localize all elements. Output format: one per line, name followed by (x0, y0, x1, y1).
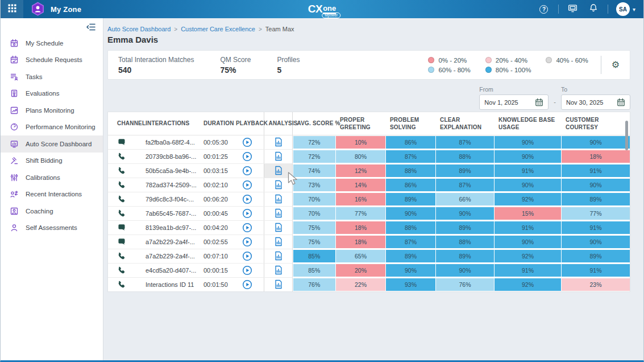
sidebar-collapse-button[interactable] (86, 23, 96, 31)
score-value: 87% (436, 179, 494, 191)
col-header-avg-score[interactable]: AVG. SCORE % (292, 112, 335, 135)
analysis-button[interactable] (273, 208, 283, 218)
col-header-channel[interactable]: CHANNEL (108, 112, 141, 135)
col-header-analysis[interactable]: ANALYSIS (264, 112, 292, 135)
col-header-problem-solving[interactable]: PROBLEM SOLVING (385, 112, 435, 135)
col-header-playback[interactable]: PLAYBACK (231, 112, 264, 135)
play-button[interactable] (242, 180, 252, 190)
stat-label: QM Score (220, 56, 251, 64)
score-cell: 90% (561, 178, 630, 192)
sidebar-item-shift-bidding[interactable]: Shift Bidding (1, 153, 103, 170)
sidebar-item-plans-monitoring[interactable]: Plans Monitoring (1, 102, 103, 119)
my-zone-logo-icon[interactable] (31, 2, 45, 17)
col-header-customer-courtesy[interactable]: CUSTOMER COURTESY (561, 112, 630, 135)
legend-item-40-60: 40% - 60% (546, 57, 588, 64)
play-button[interactable] (242, 194, 252, 204)
analysis-button[interactable] (273, 251, 283, 261)
auto-score-dashboard-icon (9, 139, 19, 149)
table-row: e4cd5a20-d407-...00:00:1585%20%90%90%91%… (108, 263, 630, 277)
to-date-input[interactable]: Nov 30, 2025 (561, 94, 630, 110)
analysis-button[interactable] (273, 151, 283, 161)
score-cell: 85% (292, 263, 335, 277)
legend-item-0-20: 0% - 20% (428, 57, 470, 64)
score-value: 90% (495, 179, 561, 191)
play-button[interactable] (242, 208, 252, 219)
col-header-proper-greeting[interactable]: PROPER GREETING (335, 112, 385, 135)
analysis-button[interactable] (273, 137, 283, 147)
analysis-button[interactable] (273, 166, 283, 175)
score-legend: 0% - 20%20% - 40%40% - 60%60% - 80%80% -… (428, 57, 588, 73)
analysis-cell (264, 277, 292, 291)
score-cell: 23% (561, 277, 630, 291)
col-header-duration[interactable]: DURATION (199, 112, 231, 135)
play-button[interactable] (242, 251, 252, 261)
calendar-icon[interactable] (535, 98, 543, 106)
sidebar-item-recent-interactions[interactable]: Recent Interactions (1, 186, 103, 203)
calendar-icon[interactable] (617, 98, 625, 106)
score-cell: 90% (385, 206, 435, 220)
playback-cell (231, 163, 264, 178)
sidebar-item-schedule-requests[interactable]: Schedule Requests (1, 52, 103, 69)
play-button[interactable] (242, 137, 252, 147)
play-button[interactable] (242, 223, 252, 233)
score-value: 16% (336, 193, 385, 205)
user-menu[interactable]: SA ▾ (616, 2, 635, 16)
score-value: 76% (436, 278, 494, 291)
play-button[interactable] (242, 279, 252, 290)
help-button[interactable]: ? (538, 3, 550, 15)
phone-icon (117, 280, 126, 289)
legend-item-80-100: 80% - 100% (485, 67, 531, 73)
playback-cell (231, 178, 264, 192)
analysis-button[interactable] (273, 223, 283, 232)
stat-label: Profiles (277, 56, 300, 64)
sidebar-item-evaluations[interactable]: Evaluations (1, 85, 103, 102)
app-window: My Zone CX one Mpower ? (0, 0, 644, 362)
sidebar-item-my-schedule[interactable]: My Schedule (1, 35, 103, 52)
sidebar: My ScheduleSchedule RequestsTasksEvaluat… (1, 18, 103, 360)
play-button[interactable] (242, 265, 252, 275)
app-launcher-button[interactable] (1, 0, 23, 18)
score-cell: 88% (385, 163, 435, 178)
score-value: 10% (336, 136, 385, 149)
score-value: 15% (495, 207, 561, 220)
col-header-knowledge-base-usage[interactable]: KNOWLEDGE BASE USAGE (494, 112, 561, 135)
play-button[interactable] (242, 166, 252, 176)
analysis-button[interactable] (273, 265, 283, 275)
sidebar-item-calibrations[interactable]: Calibrations (1, 169, 103, 186)
notifications-button[interactable] (587, 3, 600, 15)
analysis-button[interactable] (273, 237, 283, 246)
breadcrumb-item-auto-score-dashboard[interactable]: Auto Score Dashboard (107, 26, 171, 32)
duration-cell: 00:00:45 (199, 206, 231, 220)
analysis-cell (264, 249, 292, 263)
col-header-interactions[interactable]: INTERACTIONS (141, 112, 199, 135)
score-cell: 77% (561, 206, 630, 220)
play-button[interactable] (242, 151, 252, 162)
score-cell: 87% (435, 178, 494, 192)
from-date-input[interactable]: Nov 1, 2025 (479, 94, 549, 110)
col-header-clear-explanation[interactable]: CLEAR EXPLANATION (435, 112, 494, 135)
score-value: 87% (386, 150, 435, 163)
score-cell: 90% (385, 263, 435, 277)
breadcrumb-item-customer-care-excellence[interactable]: Customer Care Excellence (181, 26, 255, 32)
score-cell: 90% (494, 149, 561, 163)
settings-gear-icon[interactable]: ⚙ (612, 60, 620, 69)
sidebar-item-coaching[interactable]: Coaching (1, 203, 103, 220)
analysis-button[interactable] (273, 180, 283, 190)
play-button[interactable] (242, 237, 252, 247)
table-row: a7a2b229-2a4f-...00:02:5575%18%87%88%90%… (108, 235, 630, 249)
to-date-value: Nov 30, 2025 (566, 99, 603, 106)
analysis-button[interactable] (273, 279, 283, 289)
playback-cell (231, 192, 264, 206)
sidebar-item-auto-score-dashboard[interactable]: Auto Score Dashboard (1, 135, 103, 153)
analysis-button[interactable] (273, 194, 283, 204)
sidebar-item-label: Schedule Requests (26, 56, 82, 63)
sidebar-item-performance-monitoring[interactable]: Performance Monitoring (1, 119, 103, 136)
screen-share-button[interactable] (567, 3, 579, 15)
score-value: 89% (386, 193, 435, 205)
sidebar-item-tasks[interactable]: Tasks (1, 68, 103, 85)
score-cell: 89% (385, 192, 435, 206)
sidebar-item-self-assessments[interactable]: Self Assessments (1, 220, 103, 237)
score-cell: 18% (335, 220, 385, 235)
stat-value: 5 (277, 65, 300, 75)
vertical-scrollbar[interactable] (625, 121, 628, 150)
